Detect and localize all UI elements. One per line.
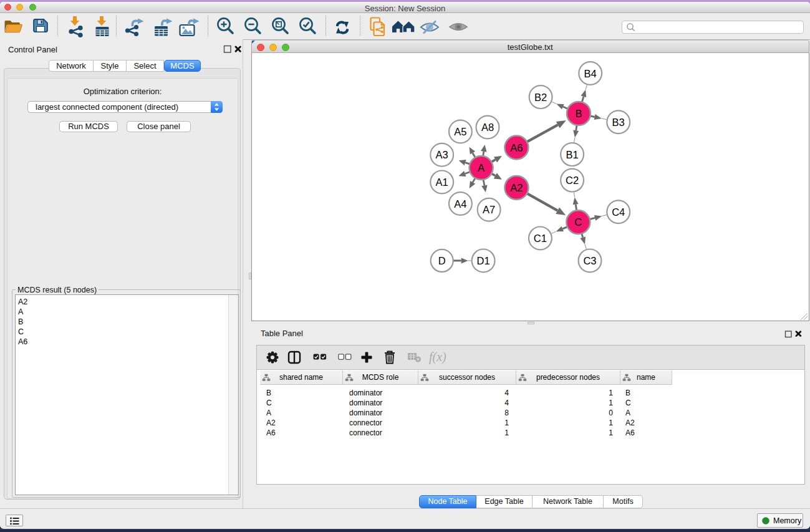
svg-text:A3: A3 [436,149,448,160]
svg-text:B1: B1 [566,149,579,160]
svg-text:C4: C4 [612,206,625,218]
svg-text:C3: C3 [583,255,596,266]
svg-text:D1: D1 [477,255,490,266]
svg-text:B4: B4 [584,68,597,79]
svg-text:A2: A2 [510,182,523,193]
svg-text:B3: B3 [612,117,625,128]
svg-text:A6: A6 [510,142,523,153]
svg-text:C2: C2 [566,175,579,186]
svg-text:B2: B2 [534,92,547,103]
svg-text:C: C [574,216,582,228]
svg-text:D: D [438,255,446,266]
svg-text:B: B [575,108,582,119]
svg-text:A4: A4 [454,198,466,210]
svg-text:A7: A7 [483,204,495,215]
svg-text:A5: A5 [454,126,466,137]
svg-text:A1: A1 [436,177,448,188]
svg-text:A8: A8 [481,122,494,133]
svg-text:C1: C1 [534,233,547,244]
svg-text:A: A [478,162,485,173]
